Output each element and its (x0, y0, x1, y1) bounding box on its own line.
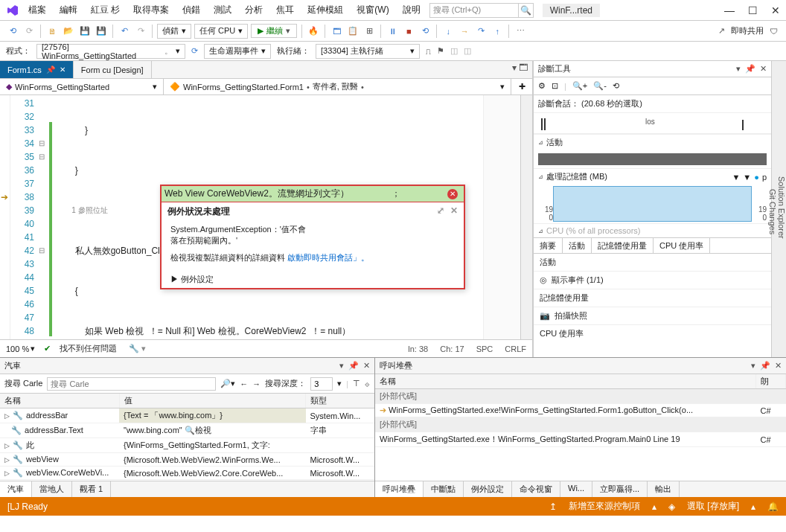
share-icon[interactable]: ↗ (715, 25, 728, 38)
open-file-icon[interactable]: 📂 (62, 25, 75, 38)
autos-table[interactable]: 名稱 值 類型 ▷🔧addressBar{Text = 「www.bing.co… (0, 394, 374, 481)
minimap[interactable] (483, 95, 520, 339)
dropdown-icon[interactable]: ▾ (736, 64, 741, 74)
pin-icon[interactable]: 📌 (745, 64, 755, 74)
zoom-reset-icon[interactable]: ⟲ (613, 81, 619, 91)
table-row[interactable]: ▷🔧此{WinForms_GettingStarted.Form1, 文字: (0, 438, 374, 453)
menu-tools[interactable]: 焦耳 (273, 2, 297, 18)
menu-help[interactable]: 說明 (400, 2, 424, 18)
admin-icon[interactable]: 🛡 (767, 25, 780, 38)
menu-analyze[interactable]: 分析 (242, 2, 266, 18)
live-share-link[interactable]: 啟動即時共用會話」。 (287, 253, 369, 262)
minimize-button[interactable]: — (724, 4, 735, 16)
tab-wi[interactable]: Wi... (560, 481, 592, 497)
table-row[interactable]: WinForms_GettingStarted.exe！WinForms_Get… (375, 432, 786, 447)
tab-immediate[interactable]: 立即贏得... (592, 481, 648, 497)
save-all-icon[interactable]: 💾 (95, 25, 108, 38)
magnifier-icon[interactable]: 🔍 (185, 426, 195, 435)
pin-icon[interactable]: 📌 (760, 361, 770, 371)
menu-project[interactable]: 取得專案 (130, 2, 172, 18)
menu-view[interactable]: 紅豆 杉 (88, 2, 123, 18)
maximize-button[interactable]: ☐ (748, 4, 758, 16)
col-name[interactable]: 名稱 (375, 374, 756, 389)
source-control-icon[interactable]: ↥ (549, 501, 557, 512)
depth-dropdown-icon[interactable]: ▾ (337, 379, 342, 388)
close-icon[interactable]: ✕ (775, 361, 782, 371)
nav-right-icon[interactable]: → (252, 379, 261, 388)
notifications-icon[interactable]: 🔔 (767, 501, 779, 512)
step-over-icon[interactable]: ↷ (474, 25, 488, 38)
col-type[interactable]: 類型 (306, 394, 374, 408)
tab-watch1[interactable]: 觀看 1 (72, 481, 111, 497)
table-row[interactable]: ▷🔧webView.CoreWebVi...{Microsoft.Web.Web… (0, 467, 374, 480)
tab-breakpoints[interactable]: 中斷點 (424, 481, 464, 497)
continue-button[interactable]: ▶繼續▾ (251, 24, 297, 38)
diag-show-events[interactable]: ◎顯示事件 (1/1) (534, 272, 771, 289)
tab-output[interactable]: 輸出 (648, 481, 680, 497)
zoom-dropdown[interactable]: 100 %▾ (6, 344, 35, 353)
process-dropdown[interactable]: [27576] WinForms_GettingStarted。▾ (36, 44, 185, 59)
col-lang[interactable]: 朗 (756, 374, 786, 389)
hot-reload-icon[interactable]: 🔥 (307, 25, 320, 38)
split-icon[interactable]: ✚ (511, 79, 532, 94)
doc-tab-menu-icon[interactable]: ▾ 🗔 (508, 61, 532, 78)
flag-yellow-icon[interactable]: ▼ (732, 173, 740, 182)
step-out-icon[interactable]: ↑ (491, 25, 504, 38)
diag-cpu-header[interactable]: ⊿CPU (% of all processors) (534, 223, 771, 237)
diag-tab-events[interactable]: 活動 (563, 238, 592, 253)
tab-autos[interactable]: 汽車 (0, 481, 32, 497)
tool-icon[interactable]: ⊤ (353, 379, 360, 388)
stack-frame-icon[interactable]: ◫ (450, 46, 458, 56)
stack-icon[interactable]: ⎍ (426, 47, 431, 56)
menu-edit[interactable]: 編輯 (57, 2, 80, 18)
menu-file[interactable]: 檔案 (25, 2, 49, 18)
diag-snapshot[interactable]: 📷拍攝快照 (534, 307, 771, 325)
pin-icon[interactable]: ⤢ (437, 205, 444, 218)
flag-icon[interactable]: ⚑ (437, 46, 444, 56)
config-dropdown[interactable]: 偵錯▾ (157, 24, 191, 39)
dropdown-icon[interactable]: ▾ (339, 361, 344, 371)
flag-blue-icon[interactable]: ▼ (743, 173, 751, 182)
search-icon[interactable]: 🔎▾ (220, 379, 235, 388)
pause-icon[interactable]: ⏸ (386, 25, 399, 38)
git-changes-tab[interactable]: Git Changes (768, 67, 777, 357)
nav-fwd-icon[interactable]: ⟳ (22, 25, 36, 38)
repo-icon[interactable]: ◈ (668, 501, 675, 512)
close-icon[interactable]: ✕ (760, 64, 767, 74)
fold-gutter[interactable]: ⊟⊟ ⊟ (39, 95, 49, 339)
doc-tab-form1-cs[interactable]: Form1.cs 📌 ✕ (0, 61, 74, 78)
select-repo[interactable]: 選取 [存放庫] (687, 500, 739, 513)
add-source-control[interactable]: 新增至來源控制項 (569, 500, 640, 513)
tab-callstack[interactable]: 呼叫堆疊 (375, 481, 424, 497)
diag-expand-icon[interactable]: ⊡ (552, 81, 558, 91)
redo-icon[interactable]: ↷ (134, 25, 147, 38)
table-row[interactable]: [外部代碼] (375, 417, 786, 432)
platform-dropdown[interactable]: 任何 CPU▾ (194, 24, 248, 39)
tool-icon2[interactable]: ⟐ (365, 379, 370, 388)
doc-tab-design[interactable]: Form cu [Design] (74, 61, 152, 78)
tool-icon-3[interactable]: ⊞ (362, 25, 376, 38)
dropdown-icon[interactable]: ▾ (751, 361, 755, 371)
nav-back-icon[interactable]: ⟲ (6, 25, 19, 38)
close-button[interactable]: ✕ (771, 4, 780, 16)
tab-locals[interactable]: 當地人 (32, 481, 72, 497)
menu-window[interactable]: 視窗(W) (354, 2, 392, 18)
live-share-button[interactable]: 即時共用 (731, 25, 764, 36)
menu-test[interactable]: 測試 (211, 2, 234, 18)
issues-label[interactable]: 找不到任何問題 (60, 343, 117, 354)
close-icon[interactable]: ✕ (363, 361, 370, 371)
thread-dropdown[interactable]: [33304] 主執行緒▾ (316, 44, 420, 59)
callstack-table[interactable]: 名稱 朗 [外部代碼] ➔ WinForms_GettingStarted.ex… (375, 374, 786, 481)
stack-frame-icon2[interactable]: ◫ (464, 46, 471, 56)
table-row[interactable]: 🔧addressBar.Text"www.bing.com" 🔍檢視字串 (0, 423, 374, 438)
exception-settings-expander[interactable]: ▶ 例外設定 (162, 271, 464, 288)
diag-tab-cpu[interactable]: CPU 使用率 (654, 238, 710, 253)
tab-command-window[interactable]: 命令視窗 (512, 481, 560, 497)
stop-icon[interactable]: ■ (402, 25, 415, 38)
close-icon[interactable]: ✕ (450, 205, 458, 218)
search-input[interactable]: 搜尋 (Ctrl+Q) (429, 3, 519, 18)
diag-activity-header[interactable]: ⊿活動 (534, 134, 771, 150)
table-row[interactable]: [外部代碼] (375, 389, 786, 404)
show-next-icon[interactable]: → (458, 25, 471, 38)
tool-icon-2[interactable]: 📋 (346, 25, 360, 38)
